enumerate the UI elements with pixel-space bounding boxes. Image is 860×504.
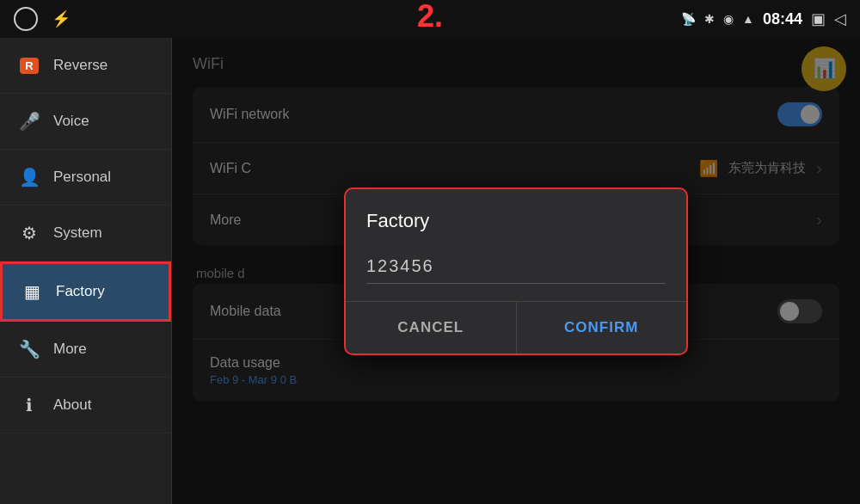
sidebar-item-system[interactable]: ⚙ System [0, 206, 171, 261]
dialog-input-area [346, 241, 686, 301]
time-display: 08:44 [763, 10, 802, 28]
status-right-area: 📡 ✱ ◉ ▲ 08:44 ▣ ◁ [681, 9, 846, 28]
voice-icon: 🎤 [17, 109, 41, 133]
system-icon: ⚙ [17, 221, 41, 245]
location-icon: ◉ [723, 12, 734, 26]
sidebar-label-system: System [53, 224, 102, 242]
more-icon: 🔧 [17, 337, 41, 361]
wifi-icon: ▲ [742, 12, 754, 26]
window-icon[interactable]: ▣ [811, 9, 826, 28]
dialog-title: Factory [346, 189, 686, 241]
sidebar-label-reverse: Reverse [53, 57, 108, 74]
sidebar-label-about: About [53, 396, 91, 414]
dialog-buttons: CANCEL CONFIRM [346, 301, 686, 353]
main-layout: R Reverse 🎤 Voice 👤 Personal ⚙ System ▦ … [0, 38, 860, 504]
sidebar-item-factory[interactable]: ▦ Factory [0, 261, 171, 322]
sidebar-label-personal: Personal [53, 169, 111, 186]
confirm-button[interactable]: CONFIRM [517, 302, 687, 353]
sidebar-label-voice: Voice [53, 113, 89, 130]
sidebar-item-reverse[interactable]: R Reverse [0, 38, 171, 94]
about-icon: ℹ [17, 393, 41, 417]
sidebar-item-more[interactable]: 🔧 More [0, 322, 171, 378]
status-left-icons: ⚡ [14, 7, 71, 31]
content-area: WiFi 📊 WiFi network WiFi C 📶 东莞为肯科技 [172, 38, 860, 504]
factory-password-input[interactable] [366, 249, 666, 284]
bluetooth-icon: ✱ [704, 12, 715, 26]
circle-icon [14, 7, 38, 31]
factory-dialog: Factory CANCEL CONFIRM [344, 187, 688, 355]
cancel-button[interactable]: CANCEL [346, 302, 517, 353]
factory-icon: ▦ [20, 280, 44, 304]
overlay-backdrop: Factory CANCEL CONFIRM [172, 38, 860, 504]
sidebar-label-factory: Factory [56, 283, 105, 300]
usb-icon: ⚡ [52, 9, 71, 28]
personal-icon: 👤 [17, 165, 41, 189]
cast-icon: 📡 [681, 12, 696, 26]
reverse-icon: R [17, 53, 41, 77]
sidebar-label-more: More [53, 341, 87, 358]
step-number: 2. [417, 0, 443, 34]
back-icon[interactable]: ◁ [834, 9, 846, 28]
sidebar-item-about[interactable]: ℹ About [0, 378, 171, 433]
sidebar-item-personal[interactable]: 👤 Personal [0, 150, 171, 206]
status-bar: ⚡ 2. 📡 ✱ ◉ ▲ 08:44 ▣ ◁ [0, 0, 860, 38]
sidebar-item-voice[interactable]: 🎤 Voice [0, 94, 171, 150]
sidebar: R Reverse 🎤 Voice 👤 Personal ⚙ System ▦ … [0, 38, 172, 504]
